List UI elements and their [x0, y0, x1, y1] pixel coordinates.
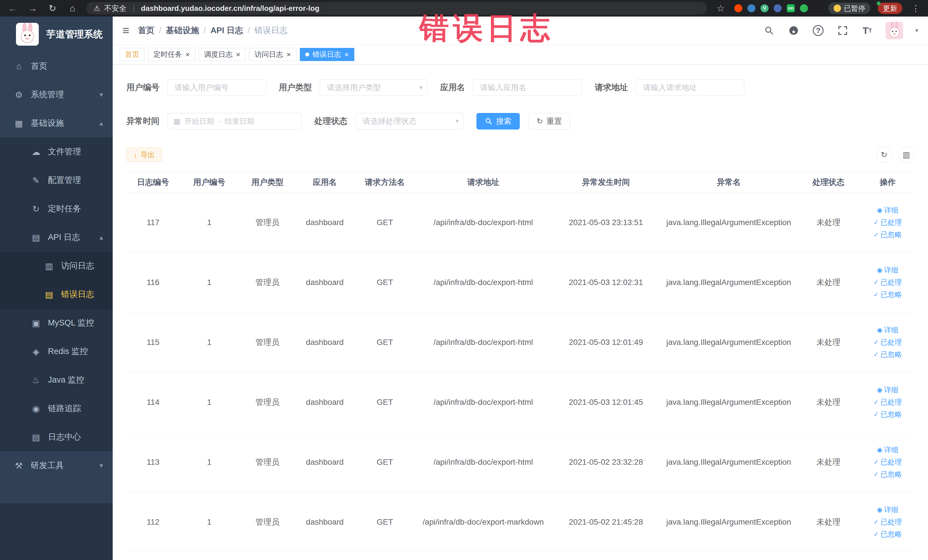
column-settings-button[interactable]: ▥ [898, 146, 914, 163]
action-processed-link[interactable]: ✓已处理 [873, 397, 902, 407]
sidebar-item-trace[interactable]: ◉链路追踪 [0, 394, 113, 423]
process-status-select[interactable] [356, 113, 464, 130]
action-label: 详细 [884, 445, 898, 455]
forward-icon[interactable]: → [26, 3, 39, 14]
refresh-icon: ↻ [537, 117, 543, 126]
logo-rabbit-avatar [16, 23, 39, 46]
breadcrumb-item[interactable]: API 日志 [211, 25, 243, 36]
action-processed-link[interactable]: ✓已处理 [873, 278, 902, 287]
breadcrumb-item[interactable]: 首页 [138, 25, 155, 36]
refresh-icon[interactable]: ↻ [46, 3, 59, 14]
user-id-input[interactable] [168, 79, 266, 96]
action-detail-link[interactable]: ◉详细 [877, 445, 898, 455]
font-size-icon[interactable]: TT [861, 24, 873, 37]
reset-button[interactable]: ↻ 重置 [528, 113, 570, 130]
reddit-extension-icon[interactable] [734, 4, 742, 12]
sidebar-item-dev-tools[interactable]: ⚒研发工具▾ [0, 451, 113, 480]
hamburger-icon[interactable]: ≡ [122, 24, 130, 37]
cell-time: 2021-05-03 23:13:51 [550, 192, 662, 252]
cell-user-type: 管理员 [239, 252, 296, 312]
close-icon[interactable]: × [345, 51, 349, 58]
grid-extension-icon[interactable] [774, 4, 781, 12]
sidebar-item-mysql-monitor[interactable]: ▣MySQL 监控 [0, 309, 113, 337]
action-ignored-link[interactable]: ✓已忽略 [873, 529, 902, 539]
breadcrumb-item[interactable]: 基础设施 [166, 25, 199, 36]
export-button[interactable]: ↓ 导出 [127, 148, 162, 162]
paused-badge[interactable]: 已暂停 [829, 3, 870, 14]
tab-home[interactable]: 首页 [119, 48, 145, 61]
github-icon[interactable] [788, 24, 800, 37]
bookmark-star-icon[interactable]: ☆ [714, 3, 727, 14]
vue-devtools-extension-icon[interactable]: V [760, 4, 769, 12]
sidebar-item-infra[interactable]: ▦基础设施▴ [0, 109, 113, 137]
app-name-input[interactable] [473, 79, 582, 96]
fullscreen-icon[interactable] [836, 24, 849, 37]
sidebar-item-system-mgmt[interactable]: ⚙系统管理▾ [0, 81, 113, 109]
action-ignored-link[interactable]: ✓已忽略 [873, 290, 902, 299]
sidebar-item-home[interactable]: ⌂首页 [0, 52, 113, 81]
tampermonkey-extension-icon[interactable] [813, 4, 821, 12]
active-dot-icon [305, 52, 309, 56]
back-icon[interactable]: ← [6, 3, 19, 14]
chevron-up-icon: ▴ [99, 119, 103, 127]
sidebar-logo: 芋道管理系统 [0, 17, 113, 52]
help-icon[interactable]: ? [812, 24, 824, 37]
action-detail-link[interactable]: ◉详细 [877, 265, 898, 275]
user-avatar[interactable] [885, 22, 903, 40]
drop-extension-icon[interactable] [748, 4, 756, 12]
sidebar-item-log-center[interactable]: ▤日志中心 [0, 423, 113, 451]
cell-url: /api/infra/db-doc/export-html [416, 192, 550, 252]
browser-menu-icon[interactable]: ⋮ [910, 3, 922, 14]
action-processed-link[interactable]: ✓已处理 [873, 517, 902, 526]
main-panel: ≡ 首页 / 基础设施 / API 日志 / 错误日志 ? [113, 17, 928, 560]
search-icon[interactable] [763, 24, 775, 37]
close-icon[interactable]: × [286, 51, 291, 58]
tab-access-log[interactable]: 访问日志× [249, 48, 296, 61]
tab-schedule-log[interactable]: 调度日志× [198, 48, 246, 61]
screen-on-extension-icon[interactable]: on [787, 4, 795, 12]
refresh-table-button[interactable]: ↻ [876, 146, 892, 163]
address-bar[interactable]: ⚠ 不安全 | dashboard.yudao.iocoder.cn/infra… [86, 2, 707, 15]
sidebar-item-file-mgmt[interactable]: ☁文件管理 [0, 137, 113, 166]
table-row: 1141管理员dashboardGET/api/infra/db-doc/exp… [127, 372, 914, 432]
date-range-picker[interactable]: ▦ 开始日期 - 结束日期 [168, 113, 302, 130]
action-detail-link[interactable]: ◉详细 [877, 385, 898, 395]
search-button[interactable]: 搜索 [476, 113, 520, 130]
user-type-select[interactable] [320, 79, 427, 96]
tab-error-log[interactable]: 错误日志× [300, 48, 354, 61]
sidebar-item-cron-job[interactable]: ↻定时任务 [0, 195, 113, 223]
cell-app: dashboard [296, 192, 353, 252]
update-button[interactable]: 更新 [878, 3, 902, 14]
action-detail-link[interactable]: ◉详细 [877, 505, 898, 514]
home-icon[interactable]: ⌂ [66, 3, 79, 14]
action-label: 已忽略 [881, 290, 902, 299]
action-processed-link[interactable]: ✓已处理 [873, 218, 902, 227]
url-text: dashboard.yudao.iocoder.cn/infra/log/api… [141, 4, 319, 13]
sidebar-item-java-monitor[interactable]: ♨Java 监控 [0, 366, 113, 394]
action-ignored-link[interactable]: ✓已忽略 [873, 230, 902, 240]
tab-cron-job[interactable]: 定时任务× [148, 48, 195, 61]
close-icon[interactable]: × [185, 51, 190, 58]
action-ignored-link[interactable]: ✓已忽略 [873, 410, 902, 419]
column-header: 异常发生时间 [550, 172, 662, 192]
cell-actions: ◉详细✓已处理✓已忽略 [861, 192, 914, 252]
sidebar-item-api-log[interactable]: ▤API 日志▴ [0, 223, 113, 252]
request-url-input[interactable] [636, 79, 744, 96]
sidebar-item-config-mgmt[interactable]: ✎配置管理 [0, 166, 113, 195]
close-icon[interactable]: × [236, 51, 240, 58]
sidebar-item-error-log[interactable]: ▤错误日志 [0, 280, 113, 309]
check-icon: ✓ [873, 219, 879, 226]
breadcrumb: 首页 / 基础设施 / API 日志 / 错误日志 [138, 25, 288, 36]
column-header: 应用名 [296, 172, 353, 192]
sidebar-item-redis-monitor[interactable]: ◈Redis 监控 [0, 337, 113, 366]
action-detail-link[interactable]: ◉详细 [877, 325, 898, 335]
action-ignored-link[interactable]: ✓已忽略 [873, 350, 902, 359]
action-processed-link[interactable]: ✓已处理 [873, 337, 902, 347]
action-detail-link[interactable]: ◉详细 [877, 205, 898, 215]
action-ignored-link[interactable]: ✓已忽略 [873, 470, 902, 479]
tab-label: 调度日志 [204, 50, 232, 59]
sidebar-item-access-log[interactable]: ▥访问日志 [0, 252, 113, 280]
chevron-down-icon[interactable]: ▾ [915, 27, 918, 34]
leaf-extension-icon[interactable] [800, 4, 808, 12]
action-processed-link[interactable]: ✓已处理 [873, 457, 902, 467]
